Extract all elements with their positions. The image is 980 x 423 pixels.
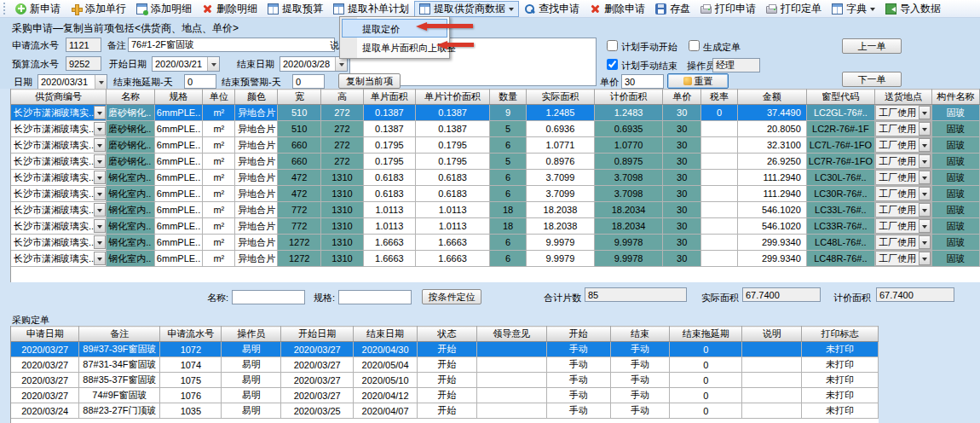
- toolbar-button-print-application[interactable]: 打印申请: [695, 1, 761, 17]
- table-cell[interactable]: 钢化室内..: [107, 235, 155, 251]
- table-cell[interactable]: 未打印: [802, 342, 879, 357]
- table-cell[interactable]: 6: [490, 137, 527, 154]
- table-cell[interactable]: 0.1795: [415, 137, 489, 154]
- end-date-combobox[interactable]: 2020/03/28: [280, 56, 348, 72]
- table-cell[interactable]: [476, 403, 546, 419]
- table-cell[interactable]: [701, 202, 738, 218]
- chevron-down-icon[interactable]: [919, 187, 931, 200]
- table-cell[interactable]: [701, 137, 738, 154]
- table-cell[interactable]: 20.8050: [737, 121, 806, 137]
- chevron-down-icon[interactable]: [94, 122, 106, 136]
- table-cell[interactable]: 5: [490, 121, 527, 137]
- table-cell[interactable]: m²: [203, 186, 235, 202]
- table-cell[interactable]: 0.1387: [363, 121, 415, 137]
- toolbar-button-find-application[interactable]: 查找申请: [519, 1, 585, 17]
- chevron-down-icon[interactable]: [919, 106, 931, 119]
- table-cell[interactable]: 1.0113: [415, 218, 489, 235]
- table-cell[interactable]: 30: [663, 202, 701, 218]
- chevron-down-icon[interactable]: [919, 235, 931, 249]
- table-cell[interactable]: 长沙市潇湘玻璃实..: [11, 121, 107, 137]
- chevron-down-icon[interactable]: [94, 203, 106, 217]
- table-cell[interactable]: 磨砂钢化..: [107, 105, 155, 121]
- table-cell[interactable]: 0.1795: [363, 154, 415, 170]
- table-cell[interactable]: 272: [320, 137, 363, 154]
- table-cell[interactable]: 1.6663: [415, 235, 489, 251]
- table-cell[interactable]: 1.6663: [415, 251, 489, 267]
- unit-price-input[interactable]: [621, 74, 664, 89]
- table-cell[interactable]: 1076: [160, 388, 222, 403]
- toolbar-button-extract-supplement-plan[interactable]: 提取补单计划: [328, 1, 414, 17]
- table-cell[interactable]: 3.7099: [526, 170, 594, 186]
- table-cell[interactable]: 钢化室内..: [107, 186, 155, 202]
- table-cell[interactable]: 6mmPLE..: [154, 202, 202, 218]
- table-cell[interactable]: 510: [278, 121, 321, 137]
- table-cell[interactable]: 磨砂钢化..: [107, 154, 155, 170]
- table-cell[interactable]: 固玻: [932, 251, 980, 267]
- table-cell[interactable]: 772: [278, 218, 321, 235]
- table-cell[interactable]: 未打印: [802, 388, 879, 403]
- table-cell[interactable]: 固玻: [932, 186, 980, 202]
- start-date-combobox[interactable]: 2020/03/21: [152, 56, 220, 72]
- table-cell[interactable]: 固玻: [932, 154, 980, 170]
- table-cell[interactable]: 6mmPLE..: [154, 251, 202, 267]
- table-cell[interactable]: 开始: [418, 342, 477, 357]
- column-header[interactable]: 计价面积: [595, 90, 663, 105]
- manual-start-checkbox[interactable]: [607, 40, 618, 51]
- table-cell[interactable]: 272: [320, 105, 363, 121]
- table-cell[interactable]: 2020/04/30: [354, 342, 418, 357]
- table-cell[interactable]: [742, 388, 802, 403]
- table-cell[interactable]: [742, 373, 802, 388]
- table-cell[interactable]: 2020/04/12: [354, 388, 418, 403]
- table-cell[interactable]: 长沙市潇湘玻璃实..: [11, 105, 107, 121]
- table-cell[interactable]: 88#35-37F窗固玻: [79, 373, 160, 388]
- table-cell[interactable]: 30: [663, 235, 701, 251]
- table-cell[interactable]: LC33R-76#..: [806, 218, 874, 235]
- table-cell[interactable]: 0: [670, 342, 742, 357]
- table-cell[interactable]: 0.8975: [595, 154, 663, 170]
- table-cell[interactable]: [701, 218, 738, 235]
- table-cell[interactable]: 钢化室内..: [107, 170, 155, 186]
- table-cell[interactable]: 1.0770: [595, 137, 663, 154]
- chevron-down-icon[interactable]: [919, 252, 931, 265]
- table-cell[interactable]: m²: [203, 105, 235, 121]
- chevron-down-icon[interactable]: [94, 252, 106, 265]
- table-cell[interactable]: 6mmPLE..: [154, 154, 202, 170]
- table-cell[interactable]: 0.6183: [363, 186, 415, 202]
- table-cell[interactable]: 异地合片: [235, 121, 278, 137]
- column-header[interactable]: 高: [320, 90, 363, 105]
- column-header[interactable]: 单片面积: [363, 90, 415, 105]
- table-cell[interactable]: 手动: [546, 357, 610, 373]
- previous-order-button[interactable]: 上一单: [842, 38, 902, 54]
- table-cell[interactable]: 未打印: [802, 403, 879, 419]
- table-cell[interactable]: 固玻: [932, 105, 980, 121]
- table-cell[interactable]: [742, 342, 802, 357]
- table-cell[interactable]: 异地合片: [235, 235, 278, 251]
- table-cell[interactable]: 0.6935: [595, 121, 663, 137]
- table-cell[interactable]: m²: [203, 121, 235, 137]
- toolbar-button-save[interactable]: 存盘: [650, 1, 695, 17]
- table-cell[interactable]: 6: [490, 235, 527, 251]
- table-cell[interactable]: 3.7098: [595, 186, 663, 202]
- table-row[interactable]: 长沙市潇湘玻璃实..钢化室内..6mmPLE..m²异地合片127213101.…: [11, 251, 980, 267]
- toolbar-button-print-order[interactable]: 打印定单: [761, 1, 827, 17]
- table-cell[interactable]: 660: [278, 137, 321, 154]
- table-cell[interactable]: 未打印: [802, 373, 879, 388]
- table-cell[interactable]: 111.2940: [737, 170, 806, 186]
- chevron-down-icon[interactable]: [919, 154, 931, 168]
- table-cell[interactable]: 固玻: [932, 202, 980, 218]
- table-cell[interactable]: 6mmPLE..: [154, 218, 202, 235]
- table-cell[interactable]: 0.1795: [363, 137, 415, 154]
- table-cell[interactable]: [476, 342, 546, 357]
- locate-by-condition-button[interactable]: 按条件定位: [422, 289, 481, 304]
- table-cell[interactable]: 2020/03/27: [11, 388, 79, 403]
- table-cell[interactable]: 299.9340: [737, 235, 806, 251]
- table-cell[interactable]: 89#37-39F窗固玻: [79, 342, 160, 357]
- table-cell[interactable]: 异地合片: [235, 202, 278, 218]
- table-cell[interactable]: 5: [490, 154, 527, 170]
- column-header[interactable]: 打印标志: [802, 327, 879, 342]
- table-cell[interactable]: 6: [490, 251, 527, 267]
- chevron-down-icon[interactable]: [919, 171, 931, 184]
- table-cell[interactable]: 手动: [546, 342, 610, 357]
- table-cell[interactable]: 长沙市潇湘玻璃实..: [11, 186, 107, 202]
- table-cell[interactable]: 固玻: [932, 170, 980, 186]
